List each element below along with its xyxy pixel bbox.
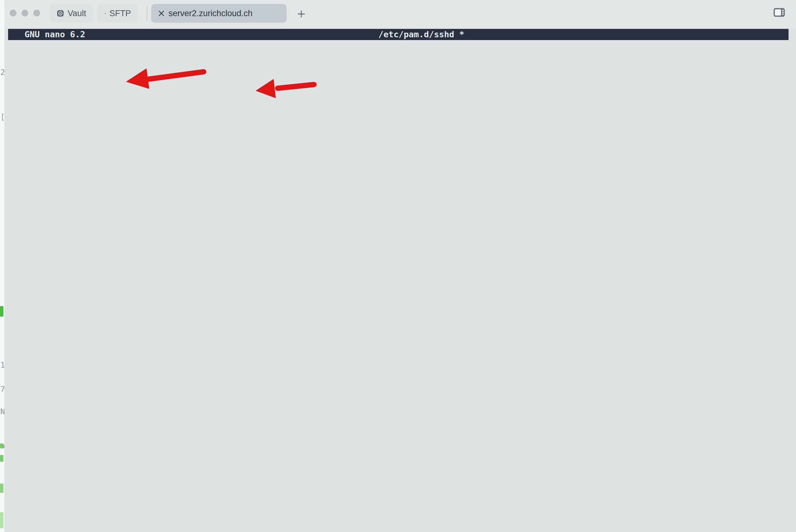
tab-separator xyxy=(147,6,147,20)
close-icon[interactable] xyxy=(158,10,165,17)
nano-title-bar: GNU nano 6.2 /etc/pam.d/sshd * xyxy=(8,29,789,40)
plus-icon xyxy=(297,10,306,18)
nano-version: GNU nano 6.2 xyxy=(24,29,85,40)
traffic-light-zoom-button[interactable] xyxy=(33,10,40,17)
background-window-edge: 2[17Na xyxy=(0,0,5,532)
new-tab-button[interactable] xyxy=(295,8,307,20)
tab-label: server2.zurichcloud.ch xyxy=(168,9,253,18)
background-text-fragment: 2 xyxy=(0,68,5,77)
background-green-fragment xyxy=(0,443,3,449)
background-text-fragment: [ xyxy=(0,113,5,121)
traffic-light-close-button[interactable] xyxy=(10,10,17,17)
tab-label: SFTP xyxy=(109,9,131,18)
background-green-fragment xyxy=(0,306,3,317)
tab-server2-zurichcloud[interactable]: server2.zurichcloud.ch xyxy=(151,4,287,23)
background-green-fragment xyxy=(0,483,3,493)
tab-sftp[interactable]: SFTP xyxy=(98,4,138,23)
screen: 2[17Na Vault SFTP xyxy=(0,0,796,532)
terminal-window: Vault SFTP server2.zurichcloud.ch xyxy=(4,0,796,532)
vault-icon xyxy=(57,9,64,17)
background-green-fragment xyxy=(0,512,3,528)
sidebar-panel-icon xyxy=(773,7,785,17)
background-green-fragment xyxy=(0,455,3,462)
traffic-light-minimize-button[interactable] xyxy=(21,10,28,17)
tab-vault[interactable]: Vault xyxy=(50,4,93,23)
folder-icon xyxy=(105,10,106,17)
tab-bar: Vault SFTP server2.zurichcloud.ch xyxy=(4,0,796,28)
sidebar-toggle-button[interactable] xyxy=(771,5,787,19)
nano-filename: /etc/pam.d/sshd * xyxy=(378,29,464,40)
background-text-fragment: N xyxy=(0,407,5,416)
background-text-fragment: 7 xyxy=(0,385,5,394)
tab-label: Vault xyxy=(68,9,86,18)
background-text-fragment: 1 xyxy=(0,360,5,369)
